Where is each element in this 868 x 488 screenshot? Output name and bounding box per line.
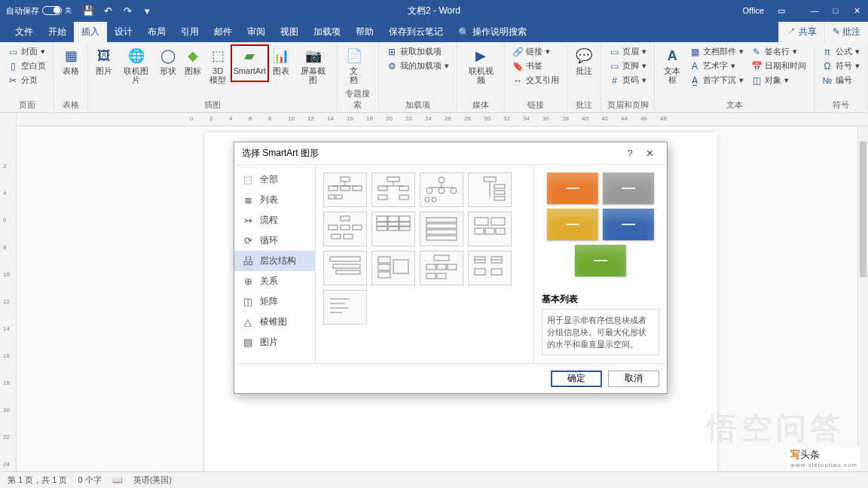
svg-rect-6: [329, 195, 335, 199]
category-label: 全部: [260, 173, 278, 186]
svg-point-19: [439, 188, 445, 194]
layout-thumb-1[interactable]: [371, 172, 415, 207]
svg-point-18: [426, 188, 432, 194]
category-label: 矩阵: [260, 295, 278, 308]
svg-rect-54: [336, 270, 360, 274]
svg-rect-56: [378, 264, 390, 270]
svg-rect-55: [378, 257, 390, 263]
svg-rect-23: [484, 177, 496, 181]
svg-rect-4: [341, 186, 350, 191]
category-label: 层次结构: [260, 255, 296, 267]
svg-rect-53: [333, 264, 360, 268]
svg-point-21: [425, 197, 429, 202]
layout-thumb-2[interactable]: [420, 172, 463, 207]
svg-rect-64: [437, 273, 446, 279]
category-icon: 品: [242, 255, 254, 267]
svg-rect-44: [426, 224, 457, 228]
dialog-close-icon[interactable]: ✕: [640, 148, 659, 159]
preview-title: 基本列表: [542, 293, 659, 306]
svg-rect-70: [491, 269, 502, 275]
svg-rect-11: [378, 186, 387, 191]
svg-rect-61: [437, 264, 446, 270]
svg-rect-40: [377, 227, 387, 230]
preview-block-1: [603, 172, 654, 204]
svg-rect-31: [353, 225, 362, 230]
preview-block-4: [575, 245, 626, 276]
category-icon: △: [242, 316, 254, 328]
category-label: 棱锥图: [260, 316, 287, 328]
svg-rect-49: [475, 228, 484, 234]
svg-point-15: [439, 177, 445, 183]
smartart-dialog: 选择 SmartArt 图形 ? ✕ ⬚全部≣列表↣流程⟳循环品层次结构⊕关系◫…: [234, 142, 668, 394]
category-item-3[interactable]: ⟳循环: [234, 230, 315, 251]
svg-rect-45: [426, 230, 457, 234]
dialog-overlay: 选择 SmartArt 图形 ? ✕ ⬚全部≣列表↣流程⟳循环品层次结构⊕关系◫…: [0, 0, 868, 488]
cancel-button[interactable]: 取消: [608, 371, 659, 387]
svg-rect-57: [378, 272, 390, 278]
category-item-5[interactable]: ⊕关系: [234, 271, 315, 291]
category-label: 循环: [260, 234, 278, 247]
category-icon: ↣: [242, 215, 254, 227]
svg-rect-59: [434, 255, 449, 261]
layout-thumb-9[interactable]: [371, 251, 415, 285]
category-icon: ⬚: [242, 174, 254, 186]
svg-rect-46: [426, 236, 457, 240]
layout-thumb-7[interactable]: [468, 212, 512, 246]
layout-thumb-10[interactable]: [420, 251, 463, 285]
layout-thumb-12[interactable]: [323, 290, 367, 325]
svg-rect-63: [426, 273, 436, 279]
svg-rect-39: [399, 222, 410, 226]
svg-rect-8: [387, 177, 399, 181]
dialog-help-icon[interactable]: ?: [620, 148, 640, 159]
svg-rect-48: [491, 218, 505, 225]
svg-rect-62: [448, 264, 457, 270]
svg-rect-5: [353, 186, 362, 191]
layout-thumb-11[interactable]: [468, 251, 512, 285]
svg-rect-41: [388, 227, 399, 230]
category-label: 列表: [260, 194, 278, 206]
category-item-4[interactable]: 品层次结构: [234, 251, 315, 271]
svg-rect-36: [399, 216, 410, 221]
spell-check-icon[interactable]: 📖: [112, 475, 123, 485]
svg-point-20: [451, 188, 457, 194]
category-item-7[interactable]: △棱锥图: [234, 312, 315, 332]
svg-rect-37: [377, 222, 387, 226]
layout-thumb-6[interactable]: [420, 212, 463, 246]
layout-thumb-3[interactable]: [468, 172, 512, 207]
category-item-1[interactable]: ≣列表: [234, 190, 315, 210]
svg-rect-29: [329, 225, 338, 230]
layout-thumb-5[interactable]: [371, 212, 415, 246]
category-label: 关系: [260, 275, 278, 288]
svg-rect-26: [494, 191, 505, 194]
language-status[interactable]: 英语(美国): [133, 474, 172, 486]
svg-rect-69: [475, 269, 485, 275]
category-item-2[interactable]: ↣流程: [234, 210, 315, 230]
word-count[interactable]: 0 个字: [78, 474, 101, 486]
watermark-logo: 写头条 www.xietoutiao.com: [787, 447, 860, 470]
svg-point-22: [432, 197, 436, 202]
dialog-titlebar[interactable]: 选择 SmartArt 图形 ? ✕: [234, 142, 667, 165]
svg-rect-42: [399, 227, 410, 230]
ok-button[interactable]: 确定: [551, 371, 602, 387]
page-status[interactable]: 第 1 页，共 1 页: [8, 474, 67, 486]
layout-thumb-0[interactable]: [323, 172, 367, 207]
layout-grid: [316, 165, 534, 363]
category-item-6[interactable]: ◫矩阵: [234, 291, 315, 312]
svg-rect-58: [393, 260, 408, 273]
category-item-8[interactable]: ▧图片: [234, 332, 315, 352]
svg-rect-14: [399, 195, 408, 200]
svg-rect-13: [378, 195, 387, 200]
layout-thumb-4[interactable]: [323, 212, 367, 246]
svg-rect-25: [494, 185, 505, 188]
preview-image: [542, 172, 659, 285]
svg-rect-52: [330, 257, 360, 261]
svg-rect-33: [344, 234, 353, 239]
preview-block-0: [547, 172, 598, 204]
layout-thumb-8[interactable]: [323, 251, 367, 285]
category-item-0[interactable]: ⬚全部: [234, 169, 315, 190]
preview-panel: 基本列表 用于显示非有序信息块或者分组信息块。可最大化形状的水平和垂直显示空间。: [534, 165, 667, 363]
preview-block-3: [603, 209, 654, 240]
dialog-footer: 确定 取消: [234, 363, 667, 393]
svg-rect-30: [341, 225, 350, 230]
svg-rect-50: [485, 228, 494, 234]
